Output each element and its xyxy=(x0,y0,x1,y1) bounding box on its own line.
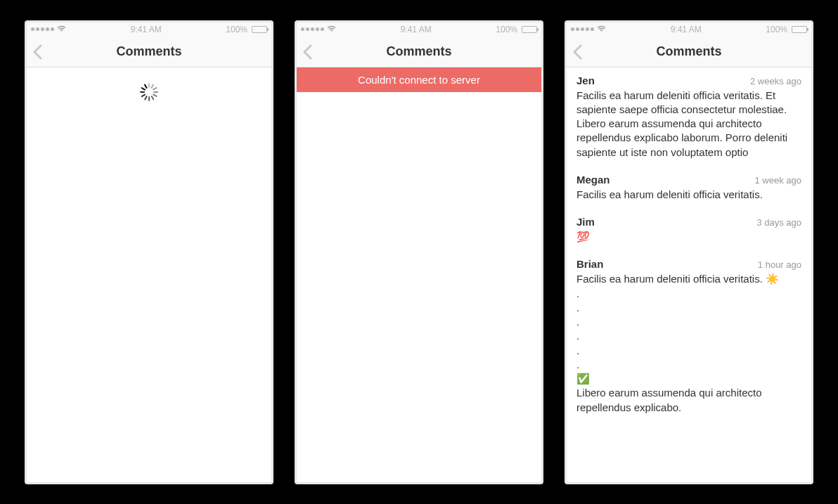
nav-title: Comments xyxy=(297,44,541,59)
signal-dots-icon xyxy=(571,27,594,31)
nav-bar: Comments xyxy=(567,37,811,67)
phone-comments: 9:41 AM 100% Comments Jen2 weeks agoFaci… xyxy=(565,20,813,484)
comment-author: Brian xyxy=(576,258,603,270)
comment-time: 3 days ago xyxy=(756,217,801,228)
comment-time: 1 hour ago xyxy=(758,259,801,270)
content-error: Couldn't connect to server xyxy=(297,67,541,482)
status-time: 9:41 AM xyxy=(401,25,432,34)
status-bar: 9:41 AM 100% xyxy=(27,22,271,37)
phone-loading: 9:41 AM 100% Comments xyxy=(25,20,273,484)
wifi-icon xyxy=(327,25,336,33)
comment-item[interactable]: Jen2 weeks agoFacilis ea harum deleniti … xyxy=(567,67,811,167)
wifi-icon xyxy=(57,25,66,33)
nav-title: Comments xyxy=(27,44,271,59)
comment-body: Facilis ea harum deleniti officia verita… xyxy=(576,272,801,415)
back-button[interactable] xyxy=(302,37,312,67)
battery-icon xyxy=(792,26,807,33)
comment-author: Jim xyxy=(576,216,595,228)
battery-percent: 100% xyxy=(226,25,247,34)
signal-dots-icon xyxy=(31,27,54,31)
chevron-left-icon xyxy=(32,44,42,60)
comment-author: Jen xyxy=(576,75,595,86)
comment-item[interactable]: Jim3 days ago💯 xyxy=(567,209,811,251)
status-time: 9:41 AM xyxy=(671,25,702,34)
chevron-left-icon xyxy=(302,44,312,60)
loading-spinner-icon xyxy=(140,83,158,101)
status-bar: 9:41 AM 100% xyxy=(567,22,811,37)
nav-bar: Comments xyxy=(27,37,271,67)
back-button[interactable] xyxy=(32,37,42,67)
comments-list[interactable]: Jen2 weeks agoFacilis ea harum deleniti … xyxy=(567,67,811,482)
status-bar: 9:41 AM 100% xyxy=(297,22,541,37)
battery-percent: 100% xyxy=(766,25,787,34)
error-banner: Couldn't connect to server xyxy=(297,67,541,92)
comment-time: 1 week ago xyxy=(755,175,802,186)
comment-author: Megan xyxy=(576,174,610,186)
battery-percent: 100% xyxy=(496,25,517,34)
signal-dots-icon xyxy=(301,27,324,31)
nav-bar: Comments xyxy=(297,37,541,67)
comment-item[interactable]: Brian1 hour agoFacilis ea harum deleniti… xyxy=(567,251,811,422)
comment-body: 💯 xyxy=(576,230,801,244)
status-time: 9:41 AM xyxy=(131,25,162,34)
content-loading xyxy=(27,67,271,482)
back-button[interactable] xyxy=(572,37,582,67)
comment-time: 2 weeks ago xyxy=(750,76,801,86)
nav-title: Comments xyxy=(567,44,811,59)
wifi-icon xyxy=(597,25,606,33)
battery-icon xyxy=(522,26,537,33)
battery-icon xyxy=(252,26,267,33)
comment-body: Facilis ea harum deleniti officia verita… xyxy=(576,89,801,160)
phone-error: 9:41 AM 100% Comments Couldn't connect t… xyxy=(295,20,543,484)
comment-body: Facilis ea harum deleniti officia verita… xyxy=(576,188,801,202)
chevron-left-icon xyxy=(572,44,582,60)
comment-item[interactable]: Megan1 week agoFacilis ea harum deleniti… xyxy=(567,167,811,209)
